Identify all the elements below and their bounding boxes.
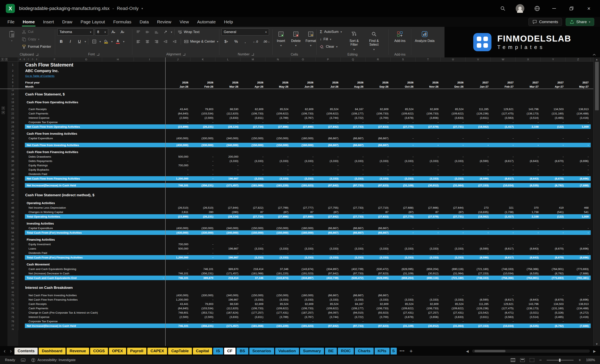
cell[interactable]: - — [466, 319, 491, 324]
cell[interactable]: - — [316, 319, 340, 324]
cell[interactable]: (3,333) — [366, 159, 391, 163]
cell[interactable]: (356,231) — [190, 271, 216, 276]
cell[interactable]: (97,842) — [316, 183, 340, 188]
col-header-H[interactable]: H — [102, 57, 134, 62]
cell[interactable]: (330,000) — [190, 293, 216, 298]
row-label[interactable]: Changes in Working Capital — [25, 210, 165, 214]
row-header-48[interactable]: 48 — [8, 206, 18, 210]
outline-level-button-2[interactable]: 2 — [5, 58, 8, 61]
cell[interactable]: (150,000) — [265, 226, 291, 230]
row-header-76[interactable]: 76 — [8, 319, 18, 324]
cell[interactable]: (28,124) — [216, 124, 240, 129]
cell[interactable]: (8,696) — [566, 255, 591, 260]
cell[interactable]: (87) — [441, 210, 466, 214]
cell[interactable]: Oct-26 — [391, 84, 416, 89]
increase-font-size-button[interactable]: A▴ — [109, 28, 117, 36]
vertical-scrollbar-thumb[interactable] — [595, 62, 599, 110]
cell[interactable]: (3,767) — [291, 315, 316, 319]
row-label[interactable]: Capital Expenditure — [25, 136, 165, 140]
sheet-tab-be[interactable]: BE — [325, 348, 337, 355]
sheet-tab-cogs[interactable]: COGS — [90, 348, 108, 355]
cell[interactable]: (109,622) — [441, 111, 466, 116]
cell[interactable]: (3,333) — [240, 298, 265, 302]
cell[interactable]: (430,000) — [165, 226, 190, 230]
cell[interactable]: (659,204) — [416, 267, 441, 271]
cell[interactable]: (3,333) — [391, 159, 416, 163]
cell[interactable]: 85,524 — [316, 107, 340, 111]
cell[interactable]: (150,000) — [240, 226, 265, 230]
row-header-51[interactable]: 51 — [8, 219, 18, 221]
cell[interactable]: (122) — [541, 124, 566, 129]
row-header-38[interactable]: 38 — [8, 168, 18, 172]
cell[interactable]: - — [190, 242, 216, 246]
cell[interactable]: - — [391, 136, 416, 140]
cell[interactable]: (66,667) — [366, 293, 391, 298]
cell[interactable]: (87) — [265, 210, 291, 214]
col-header-D[interactable]: D — [31, 57, 35, 62]
fill-button[interactable]: ↓Fill▾ — [319, 36, 343, 43]
cell[interactable]: 389,870 — [216, 267, 240, 271]
cell[interactable]: - — [391, 168, 416, 172]
cell[interactable]: (8,617) — [491, 159, 516, 163]
row-label[interactable]: Capital Expenditure — [25, 226, 165, 230]
cell[interactable]: (6,535) — [516, 271, 541, 276]
row-label[interactable]: Interest Expense — [25, 315, 165, 319]
cell[interactable]: 196,667 — [216, 298, 240, 302]
row-header-33[interactable]: 33 — [8, 150, 18, 155]
cell[interactable]: (143,874) — [265, 276, 291, 280]
cell[interactable]: (66,667) — [366, 226, 391, 230]
cell[interactable]: (3,021) — [516, 310, 541, 315]
row-label[interactable]: Net Increase/(Decrease) in Cash Held — [25, 324, 165, 328]
cell[interactable]: - — [340, 242, 366, 246]
number-format-select[interactable]: General▾ — [221, 28, 269, 36]
cell[interactable]: - — [441, 251, 466, 255]
row-label[interactable]: Investing Activities — [25, 221, 165, 226]
cell[interactable]: - — [466, 242, 491, 246]
addins-button[interactable]: Add-ins — [391, 28, 409, 52]
cell[interactable]: (4,272) — [566, 310, 591, 315]
cell[interactable]: (8,670) — [541, 255, 566, 260]
cell[interactable]: (66,667) — [316, 143, 340, 147]
row-label[interactable]: Net Cash Flow from Operating Activities — [25, 124, 165, 129]
cell[interactable]: (177,257) — [240, 310, 265, 315]
cell[interactable]: (31,064) — [441, 324, 466, 328]
cell[interactable]: 2026 — [340, 80, 366, 84]
cell[interactable]: 129,621 — [491, 302, 516, 306]
cell[interactable]: (31,109) — [391, 271, 416, 276]
cell[interactable]: (8,670) — [541, 176, 566, 181]
cell[interactable]: (6,535) — [516, 183, 541, 188]
row-label[interactable]: Financing Activities — [25, 237, 165, 242]
menu-tab-view[interactable]: View — [175, 17, 193, 27]
row-header-35[interactable]: 35 — [8, 155, 18, 159]
col-header-I[interactable]: I — [134, 57, 165, 62]
row-header-66[interactable]: 66 — [8, 280, 18, 282]
cell[interactable]: - — [240, 168, 265, 172]
cell[interactable]: (27,775) — [391, 124, 416, 129]
cell[interactable]: (66,667) — [340, 230, 366, 235]
cell[interactable]: (2,500) — [190, 116, 216, 120]
cell[interactable]: (97,623) — [366, 324, 391, 328]
col-header-Z[interactable]: Z — [566, 57, 591, 62]
cell[interactable]: (8,696) — [566, 176, 591, 181]
cell[interactable]: (18,562) — [466, 124, 491, 129]
cell[interactable]: 2,108 — [516, 124, 541, 129]
cell[interactable]: - — [466, 293, 491, 298]
cell[interactable]: - — [516, 120, 541, 124]
cell[interactable]: 85,524 — [441, 302, 466, 306]
cell[interactable]: - — [190, 172, 216, 176]
cell[interactable]: 143,796 — [516, 302, 541, 306]
cell[interactable]: (112,820) — [216, 306, 240, 310]
cell[interactable]: - — [316, 120, 340, 124]
cell[interactable]: (27,688) — [391, 206, 416, 210]
cell[interactable]: (30,912) — [416, 271, 441, 276]
cell[interactable]: (3,514) — [516, 116, 541, 120]
cell[interactable]: - — [366, 155, 391, 159]
cell[interactable]: 85,524 — [441, 107, 466, 111]
cell[interactable]: - — [216, 172, 240, 176]
cell[interactable]: (356,231) — [190, 183, 216, 188]
cell[interactable]: (31,064) — [441, 183, 466, 188]
cell[interactable]: (3,333) — [391, 298, 416, 302]
cell[interactable]: (103,534) — [190, 306, 216, 310]
accounting-format-button[interactable]: $ ▾ — [221, 38, 231, 45]
row-header-52[interactable]: 52 — [8, 221, 18, 226]
